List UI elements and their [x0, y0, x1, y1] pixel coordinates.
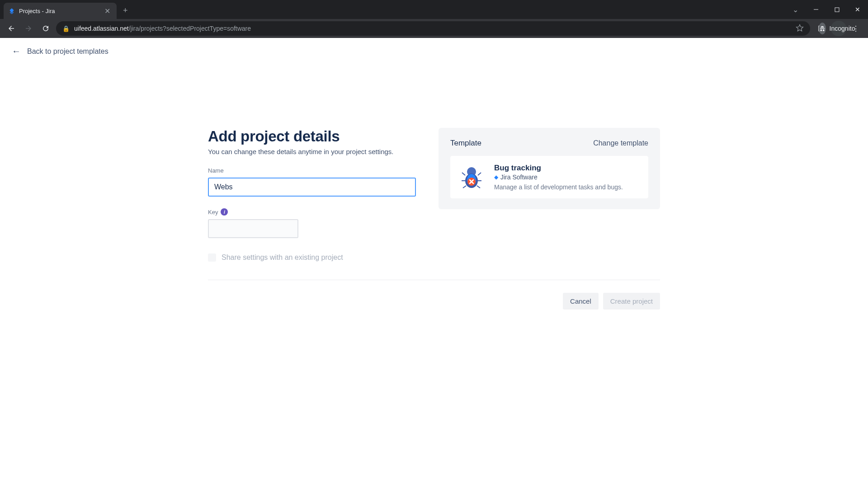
- create-project-button[interactable]: Create project: [603, 293, 660, 310]
- form-column: Add project details You can change these…: [208, 128, 416, 262]
- url-text: uifeed.atlassian.net/jira/projects?selec…: [74, 25, 251, 32]
- browser-forward-button[interactable]: [22, 22, 35, 35]
- browser-menu-icon[interactable]: ⋮: [848, 21, 863, 36]
- lock-icon: 🔒: [62, 25, 70, 32]
- new-tab-button[interactable]: +: [117, 2, 134, 19]
- template-info: Bug tracking ◆ Jira Software Manage a li…: [494, 164, 623, 191]
- svg-line-12: [477, 186, 480, 188]
- browser-titlebar: Projects - Jira ✕ + ⌄ ✕: [0, 0, 868, 19]
- action-bar: Cancel Create project: [208, 293, 660, 337]
- back-to-templates-link[interactable]: ← Back to project templates: [0, 38, 120, 65]
- browser-reload-button[interactable]: [39, 22, 52, 35]
- name-field-label: Name: [208, 167, 416, 174]
- share-settings-label: Share settings with an existing project: [222, 253, 343, 262]
- page-subtitle: You can change these details anytime in …: [208, 148, 416, 155]
- project-name-input[interactable]: [208, 178, 416, 197]
- template-section-label: Template: [450, 139, 481, 148]
- key-field-label: Key i: [208, 208, 416, 216]
- tab-favicon-icon: [8, 7, 15, 14]
- browser-back-button[interactable]: [5, 22, 18, 35]
- arrow-left-icon: ←: [12, 46, 21, 56]
- template-card: Template Change template: [439, 128, 660, 209]
- tabs-dropdown-icon[interactable]: ⌄: [785, 2, 806, 17]
- bug-tracking-icon: [458, 164, 485, 190]
- svg-line-7: [462, 173, 465, 175]
- cancel-button[interactable]: Cancel: [563, 293, 599, 310]
- browser-url-bar[interactable]: 🔒 uifeed.atlassian.net/jira/projects?sel…: [56, 21, 810, 36]
- info-icon[interactable]: i: [221, 208, 228, 216]
- bookmark-star-icon[interactable]: [796, 24, 804, 33]
- template-product: ◆ Jira Software: [494, 174, 623, 181]
- window-controls: ⌄ ✕: [785, 0, 868, 19]
- toolbar-end-icons: Incognito ⋮: [814, 21, 863, 36]
- svg-rect-1: [835, 8, 839, 12]
- svg-line-8: [478, 173, 481, 175]
- project-key-input[interactable]: [208, 219, 298, 238]
- template-body: Bug tracking ◆ Jira Software Manage a li…: [450, 156, 648, 198]
- window-maximize-icon[interactable]: [826, 2, 847, 17]
- template-name: Bug tracking: [494, 164, 623, 173]
- tab-title: Projects - Jira: [19, 8, 99, 14]
- incognito-icon: [819, 23, 826, 34]
- window-minimize-icon[interactable]: [806, 2, 826, 17]
- page-title: Add project details: [208, 128, 416, 145]
- jira-diamond-icon: ◆: [494, 174, 498, 180]
- share-settings-row: Share settings with an existing project: [208, 253, 416, 262]
- window-close-icon[interactable]: ✕: [847, 2, 868, 17]
- back-link-label: Back to project templates: [27, 47, 108, 56]
- browser-toolbar: 🔒 uifeed.atlassian.net/jira/projects?sel…: [0, 19, 868, 38]
- template-description: Manage a list of development tasks and b…: [494, 183, 623, 191]
- incognito-badge[interactable]: Incognito: [831, 21, 846, 36]
- main-content: Add project details You can change these…: [199, 128, 669, 262]
- tab-close-icon[interactable]: ✕: [103, 6, 112, 16]
- page-viewport: ← Back to project templates Add project …: [0, 38, 868, 488]
- template-column: Template Change template: [439, 128, 660, 262]
- browser-tab[interactable]: Projects - Jira ✕: [4, 3, 117, 19]
- share-settings-checkbox[interactable]: [208, 253, 216, 262]
- change-template-button[interactable]: Change template: [593, 139, 648, 147]
- svg-line-11: [463, 186, 466, 188]
- divider: [208, 280, 660, 280]
